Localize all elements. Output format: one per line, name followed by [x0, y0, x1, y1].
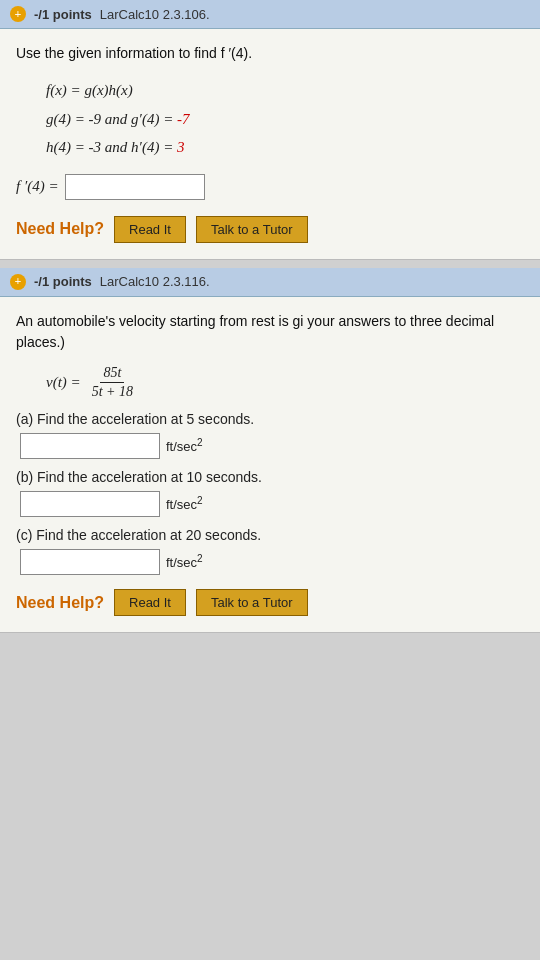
math-block-1: f(x) = g(x)h(x) g(4) = -9 and g′(4) = -7…: [46, 76, 524, 162]
unit-label-c: ft/sec2: [166, 553, 203, 570]
part-c-input-row: ft/sec2: [20, 549, 524, 575]
problem-1: + -/1 points LarCalc10 2.3.106. Use the …: [0, 0, 540, 260]
velocity-numerator: 85t: [100, 365, 124, 384]
read-it-button-2[interactable]: Read It: [114, 589, 186, 616]
velocity-label: v(t) =: [46, 374, 81, 391]
talk-tutor-button-2[interactable]: Talk to a Tutor: [196, 589, 308, 616]
need-help-label-2: Need Help?: [16, 594, 104, 612]
problem-2: + -/1 points LarCalc10 2.3.116. An autom…: [0, 268, 540, 634]
answer-input-1[interactable]: [65, 174, 205, 200]
answer-input-2a[interactable]: [20, 433, 160, 459]
points-label-1: -/1 points: [34, 7, 92, 22]
problem-1-instruction: Use the given information to find f ′(4)…: [16, 43, 524, 64]
part-a-input-row: ft/sec2: [20, 433, 524, 459]
part-b-input-row: ft/sec2: [20, 491, 524, 517]
part-c-label: (c) Find the acceleration at 20 seconds.: [16, 527, 524, 543]
problem-id-1: LarCalc10 2.3.106.: [100, 7, 210, 22]
answer-input-2b[interactable]: [20, 491, 160, 517]
plus-icon-1[interactable]: +: [10, 6, 26, 22]
answer-label-1: f ′(4) =: [16, 178, 59, 195]
math-line-2: g(4) = -9 and g′(4) = -7: [46, 105, 524, 134]
unit-label-a: ft/sec2: [166, 437, 203, 454]
problem-2-instruction: An automobile's velocity starting from r…: [16, 311, 524, 353]
answer-row-1: f ′(4) =: [16, 174, 524, 200]
problem-id-2: LarCalc10 2.3.116.: [100, 274, 210, 289]
plus-icon-2[interactable]: +: [10, 274, 26, 290]
read-it-button-1[interactable]: Read It: [114, 216, 186, 243]
part-b-label: (b) Find the acceleration at 10 seconds.: [16, 469, 524, 485]
velocity-denominator: 5t + 18: [89, 383, 136, 401]
red-val-h4: 3: [177, 139, 185, 155]
math-line-1: f(x) = g(x)h(x): [46, 76, 524, 105]
red-val-g4: -7: [177, 111, 190, 127]
problem-1-header: + -/1 points LarCalc10 2.3.106.: [0, 0, 540, 29]
problem-1-body: Use the given information to find f ′(4)…: [0, 29, 540, 259]
problem-2-body: An automobile's velocity starting from r…: [0, 297, 540, 633]
points-label-2: -/1 points: [34, 274, 92, 289]
need-help-label-1: Need Help?: [16, 220, 104, 238]
velocity-equation: v(t) = 85t 5t + 18: [46, 365, 524, 402]
part-a-label: (a) Find the acceleration at 5 seconds.: [16, 411, 524, 427]
unit-label-b: ft/sec2: [166, 495, 203, 512]
talk-tutor-button-1[interactable]: Talk to a Tutor: [196, 216, 308, 243]
velocity-fraction: 85t 5t + 18: [89, 365, 136, 402]
math-line-3: h(4) = -3 and h′(4) = 3: [46, 133, 524, 162]
help-row-2: Need Help? Read It Talk to a Tutor: [16, 589, 524, 616]
problem-2-header: + -/1 points LarCalc10 2.3.116.: [0, 268, 540, 297]
answer-input-2c[interactable]: [20, 549, 160, 575]
help-row-1: Need Help? Read It Talk to a Tutor: [16, 216, 524, 243]
